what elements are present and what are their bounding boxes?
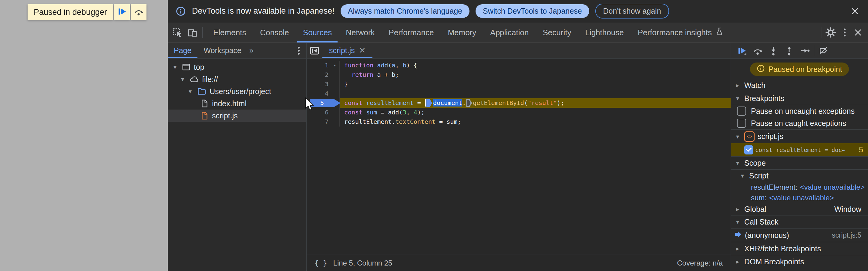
pause-uncaught-checkbox[interactable] xyxy=(737,107,746,116)
line-number[interactable]: 1 xyxy=(307,61,330,70)
resume-script-button[interactable] xyxy=(114,4,130,20)
tree-item-file-protocol[interactable]: ▾ file:// xyxy=(168,73,306,85)
continue-to-here-marker[interactable] xyxy=(466,99,472,107)
section-watch[interactable]: ▸ Watch xyxy=(731,79,868,92)
line-number[interactable]: 3 xyxy=(307,80,330,89)
step-icon[interactable] xyxy=(798,44,812,57)
device-toolbar-icon[interactable] xyxy=(187,27,198,38)
dont-show-again-button[interactable]: Don't show again xyxy=(595,4,669,19)
tab-network[interactable]: Network xyxy=(339,23,381,42)
line-gutter[interactable]: 1▾ xyxy=(307,61,340,70)
tab-close-icon[interactable]: ✕ xyxy=(359,46,366,55)
more-options-kebab-icon[interactable] xyxy=(844,32,845,33)
scope-variable[interactable]: sum: <value unavailable> xyxy=(731,192,868,203)
more-tabs-chevron[interactable]: » xyxy=(247,46,256,55)
collapse-arrow-icon[interactable]: ▸ xyxy=(734,258,741,265)
collapse-arrow-icon[interactable]: ▾ xyxy=(739,172,746,179)
expand-arrow-icon[interactable]: ▾ xyxy=(172,63,179,71)
info-icon xyxy=(176,6,186,17)
text-caret[interactable] xyxy=(425,99,426,107)
collapse-arrow-icon[interactable]: ▸ xyxy=(734,82,741,89)
deactivate-breakpoints-icon[interactable] xyxy=(817,44,830,57)
line-gutter[interactable]: 2 xyxy=(307,70,340,80)
fold-arrow-icon[interactable]: ▾ xyxy=(330,61,339,70)
call-stack-frame[interactable]: (anonymous) script.js:5 xyxy=(731,229,868,242)
pause-uncaught-row[interactable]: Pause on uncaught exceptions xyxy=(731,105,868,117)
collapse-arrow-icon[interactable]: ▾ xyxy=(734,159,741,167)
devtools-close-icon[interactable] xyxy=(853,27,863,38)
section-breakpoints[interactable]: ▾ Breakpoints xyxy=(731,92,868,105)
always-match-language-button[interactable]: Always match Chrome's language xyxy=(341,4,469,18)
step-over-button-page[interactable] xyxy=(131,4,147,20)
code-text[interactable]: function add(a, b) { xyxy=(340,61,731,70)
code-text[interactable]: resultElement.textContent = sum; xyxy=(340,117,731,126)
info-icon xyxy=(757,64,765,74)
tab-page[interactable]: Page xyxy=(168,43,197,58)
tree-item-top[interactable]: ▾ top xyxy=(168,61,306,73)
tab-performance[interactable]: Performance xyxy=(382,23,441,42)
line-gutter[interactable]: 7 xyxy=(307,117,340,126)
step-over-icon[interactable] xyxy=(751,44,764,57)
pause-caught-row[interactable]: Pause on caught exceptions xyxy=(731,117,868,129)
continue-to-here-marker-active[interactable] xyxy=(426,99,432,107)
section-scope[interactable]: ▾ Scope xyxy=(731,156,868,170)
tree-item-project-folder[interactable]: ▾ Users/user/project xyxy=(168,85,306,97)
tab-sources[interactable]: Sources xyxy=(296,23,339,42)
code-text[interactable]: const sum = add(3, 4); xyxy=(340,108,731,117)
line-number[interactable]: 2 xyxy=(307,70,330,80)
code-text[interactable] xyxy=(340,89,731,98)
line-number[interactable]: 7 xyxy=(307,117,330,126)
settings-gear-icon[interactable] xyxy=(825,27,836,38)
expand-arrow-icon[interactable]: ▾ xyxy=(187,88,194,95)
collapse-arrow-icon[interactable]: ▾ xyxy=(734,95,741,102)
toggle-navigator-icon[interactable] xyxy=(307,43,322,58)
tab-console[interactable]: Console xyxy=(253,23,296,42)
navigator-kebab-icon[interactable] xyxy=(293,50,306,52)
line-gutter[interactable]: 6 xyxy=(307,108,340,117)
code-text[interactable]: const resultElement = document.getElemen… xyxy=(340,98,731,108)
editor-tab-script-js[interactable]: script.js ✕ xyxy=(322,43,372,58)
breakpoint-entry[interactable]: const resultElement = doc⋯ 5 xyxy=(731,143,868,156)
tree-item-index-html[interactable]: index.html xyxy=(168,97,306,110)
breakpoint-file-group[interactable]: ▾ <> script.js xyxy=(731,129,868,143)
scope-script-group[interactable]: ▾ Script xyxy=(731,170,868,182)
line-gutter[interactable]: 5 xyxy=(307,98,340,108)
tab-security[interactable]: Security xyxy=(536,23,578,42)
breakpoint-enabled-checkbox[interactable] xyxy=(744,145,753,154)
experiment-flask-icon xyxy=(715,27,724,38)
tab-elements[interactable]: Elements xyxy=(206,23,253,42)
resume-script-icon[interactable] xyxy=(735,44,748,57)
collapse-arrow-icon[interactable]: ▸ xyxy=(734,245,741,252)
tab-workspace[interactable]: Workspace xyxy=(197,43,247,58)
pretty-print-icon[interactable]: { } xyxy=(314,259,327,267)
section-dom-breakpoints[interactable]: ▸ DOM Breakpoints xyxy=(731,255,868,268)
inspect-element-icon[interactable] xyxy=(172,27,183,38)
line-gutter[interactable]: 3 xyxy=(307,80,340,89)
line-number[interactable]: 4 xyxy=(307,89,330,98)
tab-memory[interactable]: Memory xyxy=(441,23,483,42)
scope-global-group[interactable]: ▸ Global Window xyxy=(731,203,868,215)
tab-lighthouse[interactable]: Lighthouse xyxy=(578,23,630,42)
breakpoint-flag[interactable]: 5 xyxy=(310,99,341,107)
pause-caught-checkbox[interactable] xyxy=(737,119,746,128)
scope-variable[interactable]: resultElement: <value unavailable> xyxy=(731,182,868,192)
code-text[interactable]: return a + b; xyxy=(340,70,731,80)
collapse-arrow-icon[interactable]: ▾ xyxy=(734,218,741,225)
tab-performance-insights[interactable]: Performance insights xyxy=(631,23,731,42)
line-number[interactable]: 6 xyxy=(307,108,330,117)
step-into-icon[interactable] xyxy=(767,44,780,57)
line-gutter[interactable]: 4 xyxy=(307,89,340,98)
switch-to-japanese-button[interactable]: Switch DevTools to Japanese xyxy=(475,4,589,18)
step-out-icon[interactable] xyxy=(782,44,796,57)
code-area[interactable]: 1▾function add(a, b) {2 return a + b;3}4… xyxy=(307,59,731,254)
expand-arrow-icon[interactable]: ▾ xyxy=(179,76,186,83)
section-xhr-breakpoints[interactable]: ▸ XHR/fetch Breakpoints xyxy=(731,242,868,255)
section-call-stack[interactable]: ▾ Call Stack xyxy=(731,215,868,229)
frame-icon xyxy=(182,62,191,71)
tree-item-script-js[interactable]: script.js xyxy=(168,110,306,122)
notification-close-icon[interactable] xyxy=(850,6,860,17)
collapse-arrow-icon[interactable]: ▾ xyxy=(734,133,741,140)
tab-application[interactable]: Application xyxy=(483,23,536,42)
code-text[interactable]: } xyxy=(340,80,731,89)
collapse-arrow-icon[interactable]: ▸ xyxy=(734,206,741,213)
